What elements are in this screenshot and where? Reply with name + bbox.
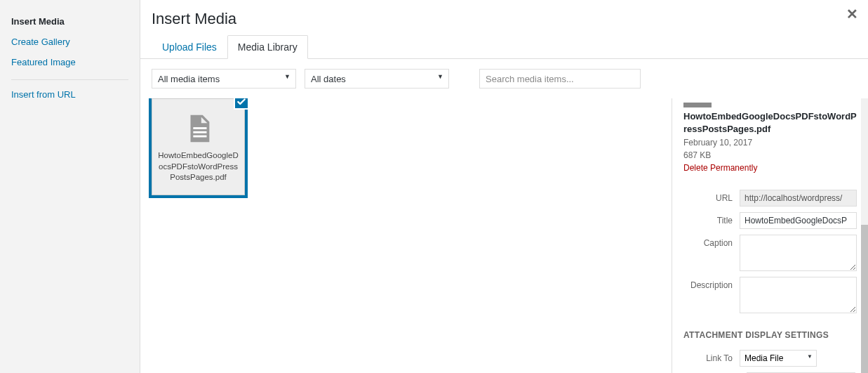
description-label: Description bbox=[683, 277, 740, 290]
selected-check-icon[interactable] bbox=[234, 98, 249, 110]
filter-type-select[interactable]: All media items bbox=[152, 69, 296, 89]
caption-field[interactable] bbox=[740, 235, 857, 271]
scrollbar-thumb[interactable] bbox=[861, 225, 868, 373]
caption-label: Caption bbox=[683, 235, 740, 248]
detail-date: February 10, 2017 bbox=[683, 136, 857, 149]
sidebar-item-featured-image[interactable]: Featured Image bbox=[11, 52, 128, 72]
description-field[interactable] bbox=[740, 277, 857, 313]
svg-rect-2 bbox=[193, 136, 206, 138]
linkto-label: Link To bbox=[683, 350, 740, 363]
search-input[interactable] bbox=[479, 69, 641, 89]
url-label: URL bbox=[683, 190, 740, 203]
title-field[interactable] bbox=[740, 212, 857, 229]
display-settings-heading: ATTACHMENT DISPLAY SETTINGS bbox=[683, 330, 857, 340]
media-library-grid: HowtoEmbedGoogleDocsPDFstoWordPressPosts… bbox=[140, 98, 672, 373]
sidebar-item-insert-from-url[interactable]: Insert from URL bbox=[11, 84, 128, 105]
svg-rect-0 bbox=[193, 127, 206, 129]
filter-date-select[interactable]: All dates bbox=[305, 69, 449, 89]
title-label: Title bbox=[683, 212, 740, 225]
main-panel: ✕ Insert Media Upload Files Media Librar… bbox=[140, 0, 868, 373]
detail-filename: HowtoEmbedGoogleDocsPDFstoWordPressPosts… bbox=[683, 110, 857, 135]
sidebar-item-create-gallery[interactable]: Create Gallery bbox=[11, 32, 128, 52]
attachment-thumbnail[interactable]: HowtoEmbedGoogleDocsPDFstoWordPressPosts… bbox=[152, 98, 245, 195]
tab-media-library[interactable]: Media Library bbox=[227, 35, 308, 59]
url-field[interactable] bbox=[740, 190, 857, 207]
tabs: Upload Files Media Library bbox=[140, 35, 868, 59]
page-title: Insert Media bbox=[152, 10, 857, 28]
detail-size: 687 KB bbox=[683, 149, 857, 162]
thumbnail-filename: HowtoEmbedGoogleDocsPDFstoWordPressPosts… bbox=[155, 150, 241, 186]
sidebar-item-insert-media[interactable]: Insert Media bbox=[11, 11, 128, 32]
media-toolbar: All media items All dates bbox=[140, 59, 868, 98]
svg-rect-1 bbox=[193, 131, 206, 133]
scrollbar[interactable] bbox=[861, 98, 868, 373]
attachment-details: HowtoEmbedGoogleDocsPDFstoWordPressPosts… bbox=[672, 98, 868, 373]
document-icon bbox=[182, 112, 215, 145]
sidebar-divider bbox=[11, 79, 128, 80]
media-sidebar: Insert Media Create Gallery Featured Ima… bbox=[0, 0, 140, 373]
detail-preview-bar bbox=[683, 103, 712, 107]
linkto-select[interactable]: Media File bbox=[740, 350, 817, 367]
tab-upload-files[interactable]: Upload Files bbox=[152, 35, 227, 59]
delete-permanently-link[interactable]: Delete Permanently bbox=[683, 163, 757, 173]
close-icon[interactable]: ✕ bbox=[846, 7, 858, 21]
